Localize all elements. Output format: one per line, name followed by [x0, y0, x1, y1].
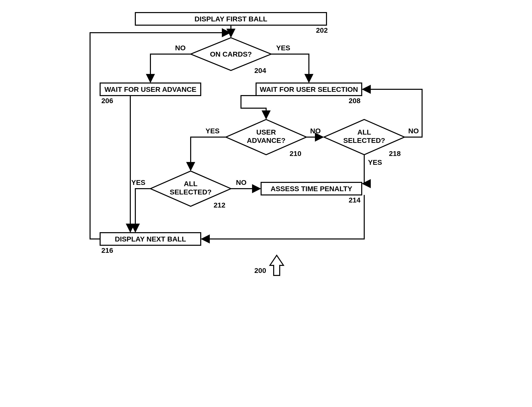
ref-number: 204 [254, 67, 266, 74]
ref-number: 202 [316, 26, 328, 34]
process-label: WAIT FOR USER ADVANCE [104, 86, 196, 93]
ref-number: 208 [349, 97, 360, 105]
edge-label: NO [236, 179, 247, 186]
process-label: DISPLAY NEXT BALL [115, 235, 186, 243]
edge [135, 189, 150, 232]
ref-number: 218 [389, 150, 401, 157]
edge [362, 155, 364, 184]
flowchart: DISPLAY FIRST BALL 202 ON CARDS? 204 WAI… [80, 0, 452, 284]
decision-label-line1: ALL [357, 128, 371, 136]
decision-label: ON CARDS? [210, 50, 252, 58]
ref-number: 214 [349, 196, 360, 204]
edge-label: YES [276, 44, 290, 52]
edge-label: NO [175, 44, 186, 52]
decision-label-line1: USER [256, 128, 276, 136]
ref-number: 216 [101, 247, 113, 254]
edge-label: NO [408, 127, 419, 135]
edge [241, 96, 266, 119]
ref-number: 212 [214, 201, 225, 209]
decision-label-line2: SELECTED? [170, 188, 211, 196]
edge-label: YES [131, 179, 145, 186]
edge [271, 54, 309, 82]
decision-label-line2: SELECTED? [343, 137, 385, 144]
edge [201, 195, 364, 239]
decision-label-line1: ALL [184, 180, 197, 188]
process-label: ASSESS TIME PENALTY [270, 185, 352, 193]
edge [150, 54, 191, 82]
ref-number: 206 [101, 97, 113, 105]
ref-number: 210 [290, 150, 301, 157]
figure-ref-arrow [270, 255, 283, 275]
edge [191, 137, 226, 170]
edge-label: NO [310, 127, 321, 135]
process-label: DISPLAY FIRST BALL [194, 15, 267, 23]
edge [90, 33, 230, 239]
process-label: WAIT FOR USER SELECTION [260, 86, 358, 93]
edge-label: YES [368, 158, 382, 166]
decision-label-line2: ADVANCE? [247, 137, 285, 144]
figure-ref: 200 [254, 267, 266, 274]
edge-label: YES [205, 127, 219, 135]
